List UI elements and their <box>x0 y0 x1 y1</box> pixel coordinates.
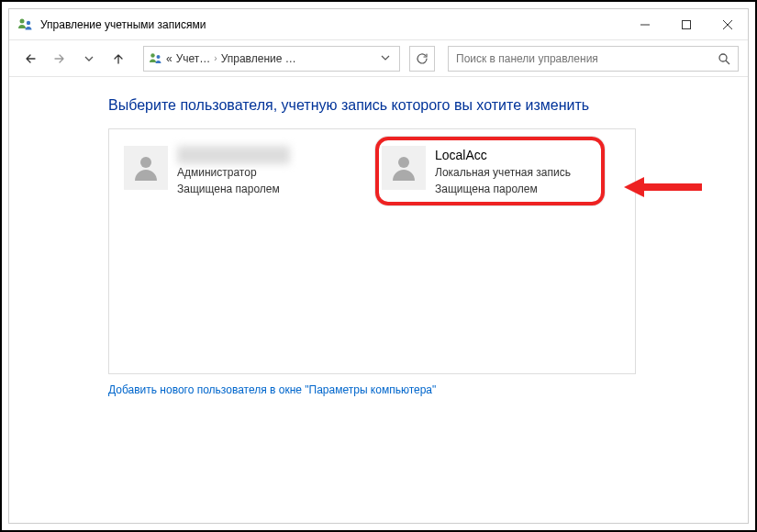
search-input[interactable] <box>449 52 710 65</box>
address-icon <box>148 51 162 66</box>
avatar-icon <box>124 146 168 190</box>
svg-point-7 <box>157 55 161 59</box>
breadcrumb-back: « <box>166 52 173 65</box>
page-title: Выберите пользователя, учетную запись ко… <box>108 97 748 114</box>
user-panel: ████████ ████ Администратор Защищена пар… <box>108 128 636 374</box>
user-type-admin: Администратор <box>177 165 290 181</box>
chevron-down-icon[interactable] <box>381 53 395 64</box>
svg-point-6 <box>150 53 154 57</box>
avatar-icon <box>382 146 426 190</box>
user-protected-admin: Защищена паролем <box>177 182 290 197</box>
search-icon[interactable] <box>710 52 738 65</box>
address-bar[interactable]: « Учет… › Управление … <box>143 46 400 72</box>
svg-rect-3 <box>682 20 690 28</box>
user-name-localacc: LocalAcc <box>435 146 571 164</box>
maximize-button[interactable] <box>665 10 707 39</box>
back-button[interactable] <box>18 47 42 71</box>
breadcrumb-sep-icon: › <box>214 53 217 63</box>
svg-point-0 <box>20 18 25 23</box>
recent-dropdown[interactable] <box>77 47 101 71</box>
breadcrumb-part1[interactable]: Учет… <box>176 52 211 65</box>
svg-point-11 <box>398 157 409 168</box>
up-button[interactable] <box>106 47 130 71</box>
user-type-localacc: Локальная учетная запись <box>435 165 571 181</box>
user-protected-localacc: Защищена паролем <box>435 182 571 197</box>
breadcrumb-part2[interactable]: Управление … <box>221 52 296 65</box>
svg-point-10 <box>140 157 151 168</box>
titlebar: Управление учетными записями <box>9 9 748 40</box>
window-title: Управление учетными записями <box>40 18 624 31</box>
forward-button[interactable] <box>48 47 72 71</box>
app-icon <box>17 17 33 33</box>
add-user-link[interactable]: Добавить нового пользователя в окне "Пар… <box>108 383 436 396</box>
svg-point-1 <box>27 20 30 24</box>
svg-point-8 <box>719 54 727 61</box>
close-button[interactable] <box>707 10 748 39</box>
toolbar: « Учет… › Управление … <box>9 40 748 77</box>
minimize-button[interactable] <box>624 10 665 39</box>
user-name-admin: ████████ ████ <box>177 146 290 164</box>
search-box[interactable] <box>448 46 739 72</box>
svg-line-9 <box>726 61 729 64</box>
user-card-admin[interactable]: ████████ ████ Администратор Защищена пар… <box>118 140 362 203</box>
user-card-localacc[interactable]: LocalAcc Локальная учетная запись Защище… <box>376 140 619 203</box>
refresh-button[interactable] <box>409 46 435 72</box>
